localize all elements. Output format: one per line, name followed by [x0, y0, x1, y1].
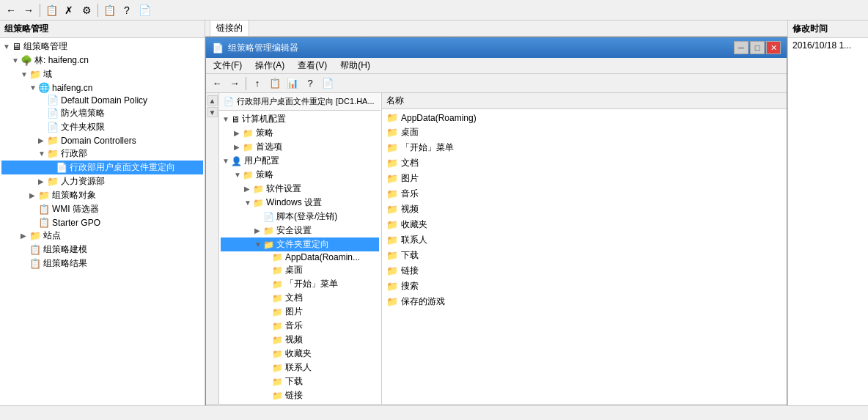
appdata-list-name: AppData(Roaming): [401, 113, 782, 123]
tree-item-gpo-result[interactable]: 📋 组策略结果: [1, 257, 203, 270]
menu-view[interactable]: 查看(V): [295, 58, 330, 73]
gpo-tree-video[interactable]: 📁 视频: [221, 333, 379, 347]
tree-item-admin-dept[interactable]: ▼ 📁 行政部: [1, 147, 203, 161]
menu-help[interactable]: 帮助(H): [337, 58, 373, 73]
tree-item-haifeng[interactable]: ▼ 🌐 haifeng.cn: [1, 81, 203, 94]
minimize-button[interactable]: ─: [734, 41, 749, 54]
gpo-label-script: 脚本(登录/注销): [276, 210, 337, 223]
tree-item-hr[interactable]: ▶ 📁 人力资源部: [1, 174, 203, 188]
gpo-tree-startmenu[interactable]: 📁 「开始」菜单: [221, 277, 379, 291]
gpo-tree-computer[interactable]: ▼ 🖥 计算机配置: [221, 112, 379, 126]
back-button[interactable]: ←: [3, 2, 19, 18]
tb-btn-5[interactable]: ?: [119, 2, 135, 18]
gpo-tree-contacts[interactable]: 📁 联系人: [221, 361, 379, 375]
tree-item-forest[interactable]: ▼ 🌳 林: haifeng.cn: [1, 54, 203, 67]
tree-item-default-domain[interactable]: 📄 Default Domain Policy: [1, 94, 203, 106]
gpo-tree-software[interactable]: ▶ 📁 软件设置: [221, 182, 379, 196]
tree-item-root[interactable]: ▼ 🖥 组策略管理: [1, 40, 203, 54]
contacts-icon: 📁: [272, 363, 283, 373]
tb-btn-1[interactable]: 📋: [43, 2, 59, 18]
tb-btn-2[interactable]: ✗: [61, 2, 77, 18]
gpo-editor-window: 📄 组策略管理编辑器 ─ □ ✕ 文件(F) 操作(A) 查看(V) 帮助(H)…: [205, 37, 787, 405]
gpo-tree-pref[interactable]: ▶ 📁 首选项: [221, 140, 379, 154]
tree-item-domains[interactable]: ▼ 📁 域: [1, 67, 203, 81]
expand-arrow: ▶: [38, 136, 47, 144]
list-item-startmenu[interactable]: 📁 「开始」菜单: [383, 140, 785, 155]
list-item-saved-games[interactable]: 📁 保存的游戏: [383, 294, 785, 309]
nav-down-arrow[interactable]: ▼: [207, 107, 218, 117]
gpo-right-header: 名称: [382, 93, 787, 109]
docs-list-name: 文档: [401, 157, 782, 169]
gpo-tree-docs[interactable]: 📁 文档: [221, 291, 379, 305]
gpo-tree-downloads[interactable]: 📁 下载: [221, 375, 379, 388]
windows-icon: 📁: [253, 198, 264, 208]
tree-label-admin-redirect: 行政部用户桌面文件重定向: [70, 161, 175, 174]
menu-action[interactable]: 操作(A): [252, 58, 287, 73]
gpo-tb1[interactable]: ↑: [249, 75, 265, 92]
video-icon: 📁: [272, 335, 283, 345]
tb-btn-3[interactable]: ⚙: [78, 2, 95, 18]
gpo-tb2[interactable]: 📋: [267, 75, 283, 92]
gpo-tb4[interactable]: 📄: [320, 75, 336, 92]
list-item-music[interactable]: 📁 音乐: [383, 186, 785, 202]
tree-item-gpo-model[interactable]: 📋 组策略建模: [1, 243, 203, 257]
close-button[interactable]: ✕: [766, 41, 781, 54]
gpo-tree-folder-redirect[interactable]: ▼ 📁 文件夹重定向: [221, 237, 379, 251]
gpo-tree-policy2[interactable]: ▼ 📁 策略: [221, 168, 379, 182]
gpo-tree-windows[interactable]: ▼ 📁 Windows 设置: [221, 196, 379, 210]
list-item-search[interactable]: 📁 搜索: [383, 279, 785, 294]
list-item-contacts[interactable]: 📁 联系人: [383, 232, 785, 248]
gpo-right-list: 📁 AppData(Roaming) 📁 桌面 📁 「开始」菜单 📁: [382, 109, 787, 404]
gpo-tree-script[interactable]: 📄 脚本(登录/注销): [221, 210, 379, 224]
restore-button[interactable]: □: [750, 41, 765, 54]
gpo-tree-desktop[interactable]: 📁 桌面: [221, 263, 379, 277]
list-item-downloads[interactable]: 📁 下载: [383, 248, 785, 263]
tree-item-dc[interactable]: ▶ 📁 Domain Controllers: [1, 134, 203, 147]
gpo-tree-security[interactable]: ▶ 📁 安全设置: [221, 224, 379, 237]
list-item-favorites[interactable]: 📁 收藏夹: [383, 217, 785, 232]
gpo-label-links: 链接: [285, 389, 303, 402]
tree-item-starter-gpo[interactable]: 📋 Starter GPO: [1, 216, 203, 229]
linked-tab-label[interactable]: 链接的: [210, 21, 249, 37]
tree-item-file-perm[interactable]: 📄 文件夹权限: [1, 120, 203, 134]
startmenu-list-icon: 📁: [386, 142, 398, 153]
gpo-tree-favorites[interactable]: 📁 收藏夹: [221, 347, 379, 361]
list-item-desktop[interactable]: 📁 桌面: [383, 125, 785, 140]
breadcrumb-icon: 📄: [224, 97, 234, 106]
expand-arrow: [29, 205, 38, 213]
sep2: [98, 4, 98, 17]
file-perm-icon: 📄: [47, 122, 59, 133]
list-item-video[interactable]: 📁 视频: [383, 202, 785, 217]
tree-item-gpo-objects[interactable]: ▶ 📁 组策略对象: [1, 188, 203, 202]
menu-file[interactable]: 文件(F): [210, 58, 245, 73]
left-nav-arrows: ▲ ▼: [206, 93, 219, 404]
gpo-label-folder-redirect: 文件夹重定向: [276, 238, 329, 251]
tree-item-sites[interactable]: ▶ 📁 站点: [1, 229, 203, 243]
list-item-links[interactable]: 📁 链接: [383, 263, 785, 279]
expand-icon: [263, 350, 272, 358]
tree-item-admin-redirect[interactable]: 📄 行政部用户桌面文件重定向: [1, 161, 203, 174]
tb-btn-4[interactable]: 📋: [101, 2, 117, 18]
gpo-tree-pics[interactable]: 📁 图片: [221, 305, 379, 319]
gpo-tree-policy1[interactable]: ▶ 📁 策略: [221, 126, 379, 140]
list-item-appdata[interactable]: 📁 AppData(Roaming): [383, 111, 785, 125]
gpo-forward-button[interactable]: →: [227, 75, 243, 92]
tree-item-wmi[interactable]: 📋 WMI 筛选器: [1, 202, 203, 216]
nav-up-arrow[interactable]: ▲: [207, 95, 218, 106]
list-item-docs[interactable]: 📁 文档: [383, 155, 785, 171]
gpo-tb3[interactable]: 📊: [284, 75, 301, 92]
gpo-tree-user[interactable]: ▼ 👤 用户配置: [221, 154, 379, 168]
list-item-pics[interactable]: 📁 图片: [383, 171, 785, 186]
gpo-tree-appdata[interactable]: 📁 AppData(Roamin...: [221, 251, 379, 263]
gpo-back-button[interactable]: ←: [209, 75, 225, 92]
pref-icon: 📁: [243, 142, 254, 152]
tb-btn-6[interactable]: 📄: [136, 2, 152, 18]
gpo-label-policy1: 策略: [256, 127, 273, 139]
forward-button[interactable]: →: [21, 2, 37, 18]
gpo-result-icon: 📋: [29, 258, 41, 269]
gpo-tree-links[interactable]: 📁 链接: [221, 388, 379, 402]
gpo-tree-music[interactable]: 📁 音乐: [221, 319, 379, 333]
gpo-help-button[interactable]: ?: [302, 75, 318, 92]
pics-list-name: 图片: [401, 172, 782, 185]
tree-item-firewall[interactable]: 📄 防火墙策略: [1, 106, 203, 120]
